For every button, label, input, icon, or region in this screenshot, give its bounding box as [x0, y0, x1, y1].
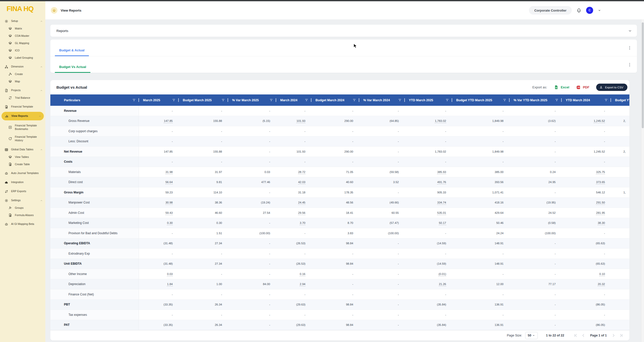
cell-value[interactable]: 385.93 [405, 167, 452, 177]
filter-icon[interactable] [555, 98, 558, 102]
cell-value[interactable]: 29.56 [276, 208, 311, 218]
vertical-scrollbar[interactable] [641, 19, 644, 342]
chevron-down-icon[interactable] [598, 9, 601, 12]
next-page-button[interactable] [612, 333, 616, 337]
cell-value[interactable]: 291.50 [562, 198, 611, 208]
cell-value[interactable]: 56.64 [139, 177, 179, 187]
sidebar-item-label-grouping[interactable]: Label Grouping [0, 54, 45, 61]
cell-value[interactable]: 20.32 [562, 279, 611, 289]
sidebar-item-financial-template[interactable]: Financial Template [0, 103, 45, 111]
sidebar-item-groups[interactable]: Groups [0, 204, 45, 212]
sidebar-item-dimension[interactable]: Dimension [0, 63, 45, 71]
cell-value[interactable]: 42.03 [276, 177, 311, 187]
sidebar-item-create[interactable]: Create [0, 71, 45, 78]
cell-value[interactable]: 38.30 [562, 218, 611, 228]
filter-icon[interactable] [446, 98, 449, 102]
sidebar-item-settings[interactable]: Settings [0, 197, 45, 204]
cell-value[interactable]: 1,245.52 [562, 116, 611, 126]
column-header-particulars[interactable]: Particulars [50, 94, 139, 106]
sidebar-item-view-tables[interactable]: View Tables [0, 153, 45, 161]
cell-value[interactable]: 3.70 [276, 218, 311, 228]
filter-icon[interactable] [132, 98, 136, 102]
column-header-budget-march-2024[interactable]: Budget March 2024 [311, 94, 359, 106]
sidebar-item-auto-journal-templates[interactable]: Auto Journal Templates [0, 169, 45, 177]
filter-icon[interactable] [270, 98, 273, 102]
cell-value[interactable]: 334.74 [405, 198, 452, 208]
cell-value[interactable]: (0.01) [405, 269, 452, 279]
sidebar-item-coa-master[interactable]: COA Master [0, 32, 45, 40]
cell-value[interactable]: 30.98 [139, 198, 179, 208]
column-header-ytd-march-2024[interactable]: YTD March 2024 [562, 94, 611, 106]
role-button[interactable]: Corporate Controller [529, 6, 572, 15]
sidebar-item-integration[interactable]: Integration [0, 179, 45, 186]
cell-value[interactable]: 31.98 [139, 167, 179, 177]
filter-icon[interactable] [222, 98, 225, 102]
export-csv-button[interactable]: Export to CSV [596, 84, 627, 91]
cell-value[interactable]: 373.65 [562, 177, 611, 187]
last-page-button[interactable] [619, 333, 623, 337]
first-page-button[interactable] [574, 333, 578, 337]
filter-icon[interactable] [353, 98, 356, 102]
sidebar-item-ai-gi-mapping-beta[interactable]: AI GI Mapping Beta [0, 220, 45, 228]
reports-accordion[interactable]: Reports [50, 25, 637, 37]
cell-value[interactable]: 281.95 [562, 208, 611, 218]
column-header-budget-march-2025[interactable]: Budget March 2025 [179, 94, 228, 106]
sidebar-item-erp-exports[interactable]: ERP Exports [0, 188, 45, 195]
sidebar-item-view-reports[interactable]: View Reports [2, 112, 44, 120]
column-header-budget-ytd-march-2025[interactable]: Budget YTD March 2025 [452, 94, 510, 106]
cell-value[interactable]: 101.93 [276, 116, 311, 126]
previous-page-button[interactable] [581, 333, 585, 337]
cell-value[interactable]: 0.03 [139, 269, 179, 279]
cell-value[interactable]: 0.16 [276, 269, 311, 279]
column-header-var-ytd-march-2025[interactable]: % Var YTD March 2025 [510, 94, 562, 106]
sidebar-item-create-table[interactable]: Create Table [0, 161, 45, 168]
cell-value[interactable]: 24.45 [276, 198, 311, 208]
sidebar-item-financial-template-bookmarks[interactable]: Financial Template Bookmarks [0, 122, 45, 133]
filter-icon[interactable] [398, 98, 402, 102]
cell-value[interactable]: 0.30 [139, 218, 179, 228]
sidebar-item-map[interactable]: Map [0, 78, 45, 85]
cell-value[interactable]: 1.84 [139, 279, 179, 289]
chevron-down-icon[interactable] [628, 29, 632, 33]
sidebar-item-global-data-tables[interactable]: Global Data Tables [0, 146, 45, 153]
filter-icon[interactable] [604, 98, 608, 102]
scrollbar-thumb[interactable] [642, 22, 644, 128]
filter-icon[interactable] [172, 98, 175, 102]
sidebar-item-matrix[interactable]: Matrix [0, 25, 45, 32]
cell-value[interactable]: 491.76 [405, 177, 452, 187]
sidebar-item-formula-aliases[interactable]: Formula Aliases [0, 212, 45, 219]
column-header-var-march-2024[interactable]: % Var March 2024 [359, 94, 405, 106]
export-pdf-link[interactable]: PDF PDF [576, 85, 589, 90]
bell-icon[interactable] [576, 8, 582, 13]
column-header-var-march-2025[interactable]: % Var March 2025 [228, 94, 276, 106]
sidebar-item-ico[interactable]: ICO [0, 47, 45, 54]
sidebar-item-trial-balance[interactable]: Trial Balance [0, 94, 45, 101]
cell-value[interactable]: 2.94 [276, 279, 311, 289]
export-excel-link[interactable]: Excel [554, 85, 569, 90]
cell-value[interactable]: 28.72 [276, 167, 311, 177]
sidebar-item-gl-mapping[interactable]: GL Mapping [0, 40, 45, 47]
cell-value[interactable]: 50.17 [405, 218, 452, 228]
home-icon[interactable] [51, 7, 57, 14]
filter-icon[interactable] [305, 98, 308, 102]
page-size-select[interactable]: 50 [525, 332, 538, 339]
cell-value[interactable]: 0.10 [562, 269, 611, 279]
cell-value[interactable]: 535.01 [405, 208, 452, 218]
column-header-march-2025[interactable]: March 2025 [139, 94, 179, 106]
tab-budget-vs-actual[interactable]: Budget Vs Actual [55, 65, 90, 73]
kebab-menu-icon[interactable] [627, 62, 632, 67]
cell-value[interactable]: 147.85 [139, 116, 179, 126]
tab-budget-and-actual[interactable]: Budget & Actual [55, 48, 89, 56]
cell-value[interactable]: 325.75 [562, 167, 611, 177]
avatar[interactable]: C [586, 7, 593, 14]
cell-value[interactable]: 1,783.02 [405, 116, 452, 126]
sidebar-item-projects[interactable]: Projects [0, 87, 45, 94]
column-header-budget-ytd-march-2024[interactable]: Budget YTD March 2024 [611, 94, 629, 106]
column-header-ytd-march-2025[interactable]: YTD March 2025 [405, 94, 452, 106]
cell-value[interactable]: 59.43 [139, 208, 179, 218]
column-header-march-2024[interactable]: March 2024 [276, 94, 311, 106]
cell-value[interactable]: 21.26 [405, 279, 452, 289]
sidebar-item-financial-template-history[interactable]: Financial Template History [0, 133, 45, 144]
kebab-menu-icon[interactable] [627, 46, 632, 50]
filter-icon[interactable] [503, 98, 506, 102]
